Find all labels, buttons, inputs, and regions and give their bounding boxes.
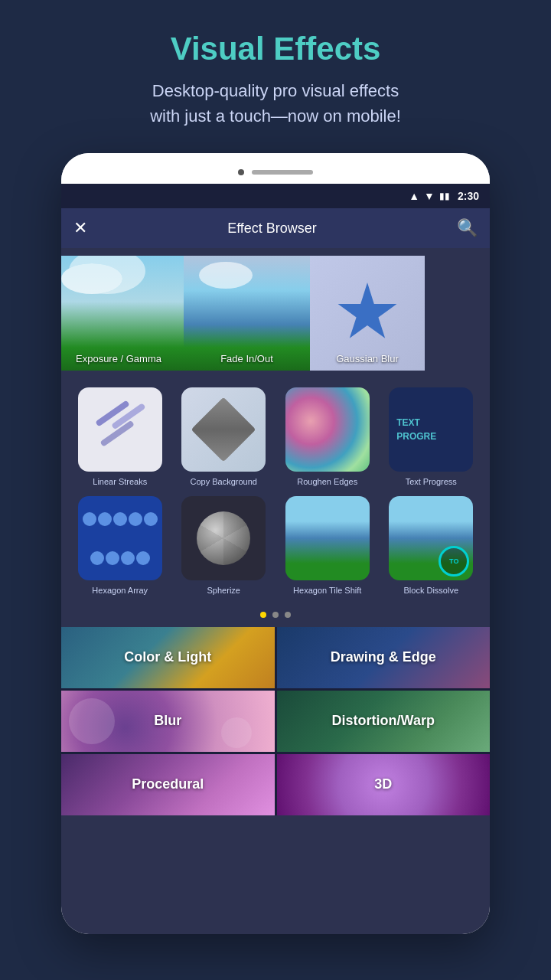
text-progress-line1: TEXT [396, 416, 420, 430]
label-block-dissolve: Block Dissolve [403, 585, 458, 596]
effect-roughen-edges[interactable]: Roughen Edges [279, 387, 376, 487]
category-drawing-edge[interactable]: Drawing & Edge [277, 627, 491, 688]
phone-top-bar [61, 153, 490, 184]
carousel-item-fade[interactable]: Fade In/Out [184, 256, 310, 371]
category-label-procedural: Procedural [132, 776, 204, 792]
navbar-title: Effect Browser [227, 220, 317, 237]
category-blur[interactable]: Blur [61, 691, 275, 752]
effects-grid: Linear Streaks Copy Background Roughen E… [72, 387, 479, 487]
thumb-copy-background [181, 387, 266, 472]
carousel-item-exposure[interactable]: Exposure / Gamma [61, 256, 184, 371]
category-label-drawing-edge: Drawing & Edge [331, 649, 436, 665]
label-text-progress: Text Progress [406, 476, 457, 487]
thumb-hexagon-array [78, 496, 162, 580]
carousel-section: Exposure / Gamma Fade In/Out Gaussian Bl… [61, 248, 490, 378]
effect-hexagon-array[interactable]: Hexagon Array [72, 496, 168, 596]
text-progress-line2: PROGRE [396, 430, 436, 443]
effect-copy-background[interactable]: Copy Background [176, 387, 272, 487]
thumb-spherize [181, 496, 266, 580]
app-screen: ▲ ▼ ▮▮ 2:30 ✕ Effect Browser 🔍 Exposure … [61, 184, 490, 934]
effect-linear-streaks[interactable]: Linear Streaks [72, 387, 168, 487]
star-shape [337, 283, 398, 344]
phone-frame: ▲ ▼ ▮▮ 2:30 ✕ Effect Browser 🔍 Exposure … [61, 153, 490, 934]
thumb-block-dissolve: TO [389, 496, 473, 580]
thumb-roughen-edges [285, 387, 370, 472]
battery-icon: ▮▮ [439, 191, 450, 201]
category-label-3d: 3D [374, 776, 392, 792]
page-header: Visual Effects Desktop-quality pro visua… [0, 0, 551, 152]
label-roughen-edges: Roughen Edges [297, 476, 357, 487]
phone-camera [238, 169, 244, 175]
category-procedural[interactable]: Procedural [61, 754, 275, 815]
search-button[interactable]: 🔍 [457, 218, 478, 238]
effect-block-dissolve[interactable]: TO Block Dissolve [383, 496, 480, 596]
page-title: Visual Effects [46, 31, 505, 67]
effects-grid-2: Hexagon Array Spherize Hexagon Tile Shif… [72, 496, 479, 596]
effects-grid-row2: Hexagon Array Spherize Hexagon Tile Shif… [61, 496, 490, 605]
app-navbar: ✕ Effect Browser 🔍 [61, 208, 490, 248]
category-3d[interactable]: 3D [277, 754, 491, 815]
category-distortion-warp[interactable]: Distortion/Warp [277, 691, 491, 752]
effects-grid-row1: Linear Streaks Copy Background Roughen E… [61, 378, 490, 496]
thumb-hex-tile-shift [285, 496, 370, 580]
carousel-label-exposure: Exposure / Gamma [61, 353, 184, 364]
label-spherize: Spherize [207, 585, 240, 596]
close-button[interactable]: ✕ [73, 218, 87, 238]
category-label-distortion-warp: Distortion/Warp [332, 713, 435, 729]
label-hexagon-array: Hexagon Array [92, 585, 148, 596]
effect-text-progress[interactable]: TEXT PROGRE Text Progress [383, 387, 480, 487]
dot-2[interactable] [272, 612, 279, 618]
phone-speaker [252, 170, 313, 175]
thumb-text-progress: TEXT PROGRE [389, 387, 473, 472]
label-hex-tile-shift: Hexagon Tile Shift [293, 585, 361, 596]
signal-icon: ▲ [409, 190, 419, 202]
category-label-blur: Blur [154, 713, 181, 729]
label-linear-streaks: Linear Streaks [93, 476, 147, 487]
dot-1[interactable] [260, 612, 266, 618]
status-bar: ▲ ▼ ▮▮ 2:30 [61, 184, 490, 208]
effect-hex-tile-shift[interactable]: Hexagon Tile Shift [279, 496, 376, 596]
page-subtitle: Desktop-quality pro visual effectswith j… [46, 78, 505, 129]
thumb-linear-streaks [78, 387, 162, 472]
label-copy-background: Copy Background [191, 476, 257, 487]
carousel-label-fade: Fade In/Out [184, 353, 310, 364]
dot-3[interactable] [285, 612, 291, 618]
pagination-dots [61, 606, 490, 627]
category-label-color-light: Color & Light [124, 649, 211, 665]
wifi-icon: ▼ [424, 190, 435, 202]
diamond-shape [191, 397, 256, 462]
carousel-track: Exposure / Gamma Fade In/Out Gaussian Bl… [61, 248, 490, 378]
status-time: 2:30 [458, 190, 479, 202]
dissolve-overlay: TO [439, 546, 469, 577]
category-grid: Color & Light Drawing & Edge Blur Distor… [61, 627, 490, 815]
category-color-light[interactable]: Color & Light [61, 627, 275, 688]
effect-spherize[interactable]: Spherize [176, 496, 272, 596]
carousel-item-gaussian[interactable]: Gaussian Blur [310, 256, 425, 371]
sphere-shape [197, 511, 250, 565]
carousel-label-gaussian: Gaussian Blur [310, 353, 425, 364]
